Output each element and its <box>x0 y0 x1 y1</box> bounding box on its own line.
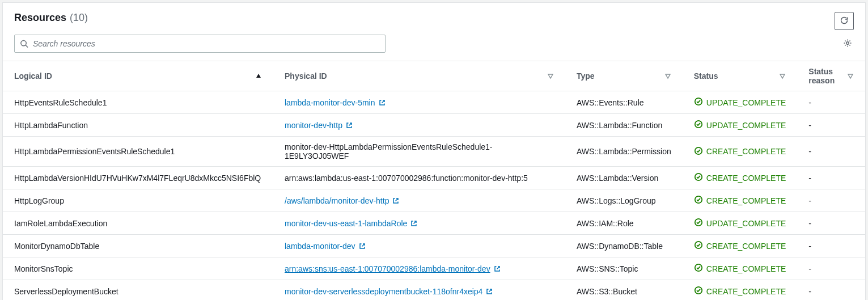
check-circle-icon <box>694 286 703 297</box>
cell-logical-id: MonitorDynamoDbTable <box>3 235 273 257</box>
cell-status: UPDATE_COMPLETE <box>683 91 798 114</box>
filter-icon <box>547 73 554 79</box>
cell-status-reason: - <box>797 280 865 301</box>
cell-type: AWS::Lambda::Permission <box>565 137 683 167</box>
col-header-status[interactable]: Status <box>683 61 798 91</box>
cell-type: AWS::Logs::LogGroup <box>565 189 683 212</box>
col-header-logical-id[interactable]: Logical ID <box>3 61 273 91</box>
status-text: UPDATE_COMPLETE <box>706 219 786 228</box>
panel-title: Resources <box>14 12 66 24</box>
cell-type: AWS::IAM::Role <box>565 212 683 235</box>
physical-id-link[interactable]: arn:aws:sns:us-east-1:007070002986:lambd… <box>285 264 501 273</box>
physical-id-text: /aws/lambda/monitor-dev-http <box>285 196 389 205</box>
physical-id-link[interactable]: lambda-monitor-dev <box>285 242 366 251</box>
search-input[interactable] <box>14 35 386 53</box>
cell-status: CREATE_COMPLETE <box>683 280 798 301</box>
check-circle-icon <box>694 218 703 229</box>
col-header-type[interactable]: Type <box>565 61 683 91</box>
status-badge: CREATE_COMPLETE <box>694 172 786 183</box>
cell-status-reason: - <box>797 91 865 114</box>
table-row: HttpEventsRuleSchedule1lambda-monitor-de… <box>3 91 865 114</box>
cell-status: CREATE_COMPLETE <box>683 189 798 212</box>
check-circle-icon <box>694 120 703 130</box>
cell-logical-id: HttpLogGroup <box>3 189 273 212</box>
cell-physical-id: lambda-monitor-dev <box>273 235 565 257</box>
panel-count: (10) <box>70 12 88 24</box>
cell-logical-id: HttpLambdaPermissionEventsRuleSchedule1 <box>3 137 273 167</box>
table-row: IamRoleLambdaExecutionmonitor-dev-us-eas… <box>3 212 865 235</box>
status-badge: CREATE_COMPLETE <box>694 240 786 251</box>
cell-logical-id: MonitorSnsTopic <box>3 257 273 280</box>
resources-panel: Resources (10) <box>2 2 866 300</box>
status-badge: UPDATE_COMPLETE <box>694 218 786 229</box>
status-text: UPDATE_COMPLETE <box>706 98 786 107</box>
check-circle-icon <box>694 97 703 108</box>
gear-icon <box>843 39 852 49</box>
physical-id-link[interactable]: lambda-monitor-dev-5min <box>285 98 386 107</box>
settings-button[interactable] <box>841 37 854 50</box>
status-badge: CREATE_COMPLETE <box>694 286 786 297</box>
physical-id-link[interactable]: monitor-dev-http <box>285 121 353 130</box>
status-badge: UPDATE_COMPLETE <box>694 97 786 108</box>
cell-status-reason: - <box>797 189 865 212</box>
cell-physical-id: monitor-dev-serverlessdeploymentbucket-1… <box>273 280 565 301</box>
status-text: CREATE_COMPLETE <box>706 264 786 273</box>
cell-physical-id: monitor-dev-HttpLambdaPermissionEventsRu… <box>273 137 565 167</box>
cell-logical-id: IamRoleLambdaExecution <box>3 212 273 235</box>
check-circle-icon <box>694 146 703 157</box>
status-text: CREATE_COMPLETE <box>706 196 786 205</box>
check-circle-icon <box>694 172 703 183</box>
cell-physical-id: arn:aws:sns:us-east-1:007070002986:lambd… <box>273 257 565 280</box>
cell-status: UPDATE_COMPLETE <box>683 114 798 137</box>
cell-logical-id: HttpLambdaFunction <box>3 114 273 137</box>
external-link-icon <box>392 197 399 204</box>
physical-id-link[interactable]: /aws/lambda/monitor-dev-http <box>285 196 399 205</box>
svg-point-2 <box>846 41 849 44</box>
physical-id-text: monitor-dev-us-east-1-lambdaRole <box>285 219 407 228</box>
physical-id-link[interactable]: monitor-dev-serverlessdeploymentbucket-1… <box>285 287 493 296</box>
col-header-physical-id[interactable]: Physical ID <box>273 61 565 91</box>
physical-id-link[interactable]: monitor-dev-us-east-1-lambdaRole <box>285 219 417 228</box>
external-link-icon <box>486 288 493 295</box>
cell-physical-id: /aws/lambda/monitor-dev-http <box>273 189 565 212</box>
cell-type: AWS::DynamoDB::Table <box>565 235 683 257</box>
external-link-icon <box>346 122 353 129</box>
physical-id-text: monitor-dev-HttpLambdaPermissionEventsRu… <box>285 142 493 160</box>
cell-status: CREATE_COMPLETE <box>683 167 798 189</box>
cell-logical-id: HttpEventsRuleSchedule1 <box>3 91 273 114</box>
table-row: MonitorDynamoDbTablelambda-monitor-devAW… <box>3 235 865 257</box>
table-row: HttpLogGroup/aws/lambda/monitor-dev-http… <box>3 189 865 212</box>
cell-type: AWS::S3::Bucket <box>565 280 683 301</box>
panel-title-row: Resources (10) <box>14 12 88 24</box>
refresh-button[interactable] <box>835 12 854 30</box>
external-link-icon <box>379 99 386 106</box>
cell-physical-id: monitor-dev-http <box>273 114 565 137</box>
cell-type: AWS::Events::Rule <box>565 91 683 114</box>
table-row: HttpLambdaFunctionmonitor-dev-httpAWS::L… <box>3 114 865 137</box>
external-link-icon <box>410 220 417 227</box>
col-header-label: Physical ID <box>285 71 327 81</box>
cell-status: CREATE_COMPLETE <box>683 257 798 280</box>
cell-type: AWS::Lambda::Function <box>565 114 683 137</box>
cell-status-reason: - <box>797 167 865 189</box>
external-link-icon <box>359 243 366 250</box>
col-header-status-reason[interactable]: Status reason <box>797 61 865 91</box>
panel-header: Resources (10) <box>3 3 865 35</box>
cell-status: CREATE_COMPLETE <box>683 137 798 167</box>
cell-logical-id: HttpLambdaVersionHIdU7HVuHKw7xM4l7FLeqrU… <box>3 167 273 189</box>
filter-icon <box>847 73 854 79</box>
status-text: CREATE_COMPLETE <box>706 287 786 296</box>
search-wrap <box>14 35 386 53</box>
external-link-icon <box>494 265 501 272</box>
refresh-icon <box>840 16 849 27</box>
status-badge: CREATE_COMPLETE <box>694 195 786 206</box>
resources-table: Logical ID Physical ID <box>3 61 865 300</box>
status-text: UPDATE_COMPLETE <box>706 121 786 130</box>
cell-type: AWS::SNS::Topic <box>565 257 683 280</box>
table-row: HttpLambdaPermissionEventsRuleSchedule1m… <box>3 137 865 167</box>
cell-status-reason: - <box>797 114 865 137</box>
cell-physical-id: lambda-monitor-dev-5min <box>273 91 565 114</box>
physical-id-text: monitor-dev-serverlessdeploymentbucket-1… <box>285 287 482 296</box>
check-circle-icon <box>694 240 703 251</box>
cell-physical-id: arn:aws:lambda:us-east-1:007070002986:fu… <box>273 167 565 189</box>
